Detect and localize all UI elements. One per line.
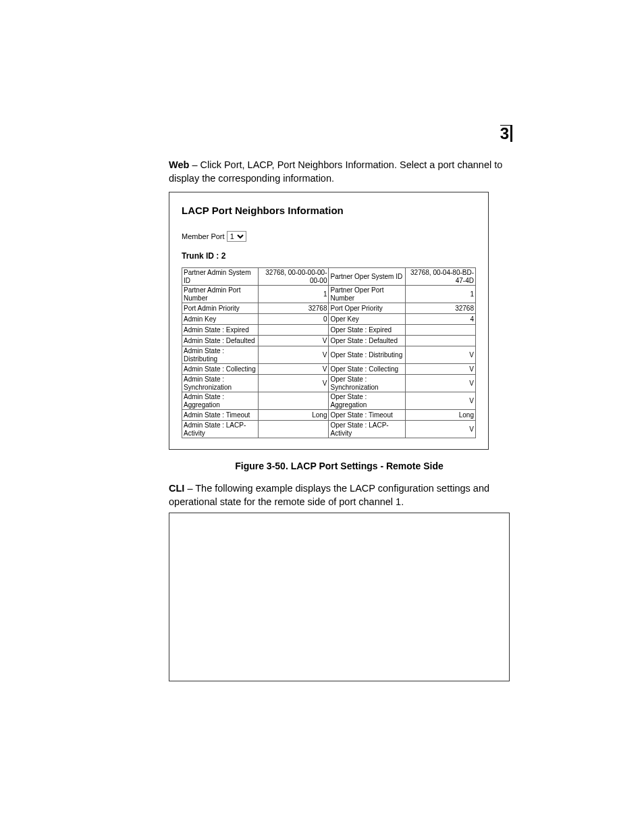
cli-output-frame	[169, 513, 510, 681]
oper-value-cell: 4	[405, 314, 475, 325]
cli-label: CLI	[169, 483, 184, 494]
admin-value-cell	[259, 392, 329, 410]
admin-value-cell: Long	[259, 410, 329, 421]
table-row: Admin State : DefaultedVOper State : Def…	[182, 336, 476, 346]
admin-value-cell: V	[259, 375, 329, 392]
table-row: Admin State : SynchronizationVOper State…	[182, 375, 476, 392]
admin-value-cell: V	[259, 346, 329, 364]
oper-label-cell: Oper Key	[329, 314, 405, 325]
oper-value-cell: Long	[405, 410, 475, 421]
oper-value-cell: 32768	[405, 303, 475, 314]
oper-label-cell: Oper State : Expired	[329, 325, 405, 336]
screenshot-title: LACP Port Neighbors Information	[182, 205, 476, 216]
admin-value-cell: 1	[259, 286, 329, 303]
admin-value-cell: 32768	[259, 303, 329, 314]
oper-label-cell: Partner Oper System ID	[329, 268, 405, 286]
admin-label-cell: Admin State : LACP-Activity	[182, 421, 259, 438]
admin-label-cell: Admin Key	[182, 314, 259, 325]
oper-label-cell: Oper State : Aggregation	[329, 392, 405, 410]
oper-label-cell: Oper State : Synchronization	[329, 375, 405, 392]
web-text: – Click Port, LACP, Port Neighbors Infor…	[169, 159, 502, 184]
web-paragraph: Web – Click Port, LACP, Port Neighbors I…	[169, 159, 510, 185]
table-row: Admin Key0Oper Key4	[182, 314, 476, 325]
cli-text: – The following example displays the LAC…	[169, 483, 489, 507]
admin-label-cell: Admin State : Synchronization	[182, 375, 259, 392]
admin-value-cell	[259, 421, 329, 438]
memberport-row: Member Port 1	[182, 231, 476, 242]
admin-label-cell: Port Admin Priority	[182, 303, 259, 314]
table-row: Admin State : DistributingVOper State : …	[182, 346, 476, 364]
oper-value-cell: V	[405, 421, 475, 438]
lacp-table: Partner Admin System ID32768, 00-00-00-0…	[182, 267, 476, 438]
oper-value-cell: V	[405, 346, 475, 364]
oper-value-cell	[405, 325, 475, 336]
oper-value-cell: V	[405, 364, 475, 375]
admin-label-cell: Admin State : Expired	[182, 325, 259, 336]
screenshot-frame: LACP Port Neighbors Information Member P…	[169, 192, 489, 450]
oper-label-cell: Oper State : Distributing	[329, 346, 405, 364]
table-row: Admin State : LACP-ActivityOper State : …	[182, 421, 476, 438]
admin-label-cell: Admin State : Collecting	[182, 364, 259, 375]
oper-value-cell: 1	[405, 286, 475, 303]
chapter-number: 3	[500, 125, 512, 142]
admin-value-cell: V	[259, 364, 329, 375]
table-row: Partner Admin System ID32768, 00-00-00-0…	[182, 268, 476, 286]
admin-value-cell	[259, 325, 329, 336]
admin-label-cell: Admin State : Timeout	[182, 410, 259, 421]
page: 3 Web – Click Port, LACP, Port Neighbors…	[0, 0, 644, 834]
table-row: Port Admin Priority32768Port Oper Priori…	[182, 303, 476, 314]
oper-label-cell: Partner Oper Port Number	[329, 286, 405, 303]
oper-value-cell	[405, 336, 475, 346]
table-row: Partner Admin Port Number1Partner Oper P…	[182, 286, 476, 303]
table-row: Admin State : ExpiredOper State : Expire…	[182, 325, 476, 336]
oper-value-cell: 32768, 00-04-80-BD-47-4D	[405, 268, 475, 286]
body-column: Web – Click Port, LACP, Port Neighbors I…	[169, 159, 510, 681]
oper-label-cell: Oper State : Collecting	[329, 364, 405, 375]
admin-label-cell: Admin State : Aggregation	[182, 392, 259, 410]
admin-value-cell: V	[259, 336, 329, 346]
oper-label-cell: Oper State : LACP-Activity	[329, 421, 405, 438]
oper-value-cell: V	[405, 375, 475, 392]
oper-label-cell: Oper State : Timeout	[329, 410, 405, 421]
figure-caption: Figure 3-50. LACP Port Settings - Remote…	[169, 461, 510, 471]
admin-value-cell: 0	[259, 314, 329, 325]
oper-value-cell: V	[405, 392, 475, 410]
table-row: Admin State : TimeoutLongOper State : Ti…	[182, 410, 476, 421]
memberport-select[interactable]: 1	[227, 231, 246, 242]
table-row: Admin State : CollectingVOper State : Co…	[182, 364, 476, 375]
admin-value-cell: 32768, 00-00-00-00-00-00	[259, 268, 329, 286]
oper-label-cell: Port Oper Priority	[329, 303, 405, 314]
web-label: Web	[169, 159, 189, 170]
admin-label-cell: Admin State : Distributing	[182, 346, 259, 364]
admin-label-cell: Partner Admin System ID	[182, 268, 259, 286]
admin-label-cell: Admin State : Defaulted	[182, 336, 259, 346]
oper-label-cell: Oper State : Defaulted	[329, 336, 405, 346]
cli-paragraph: CLI – The following example displays the…	[169, 482, 510, 509]
memberport-label: Member Port	[182, 232, 225, 240]
admin-label-cell: Partner Admin Port Number	[182, 286, 259, 303]
table-row: Admin State : AggregationOper State : Ag…	[182, 392, 476, 410]
trunk-id-label: Trunk ID : 2	[182, 251, 476, 261]
